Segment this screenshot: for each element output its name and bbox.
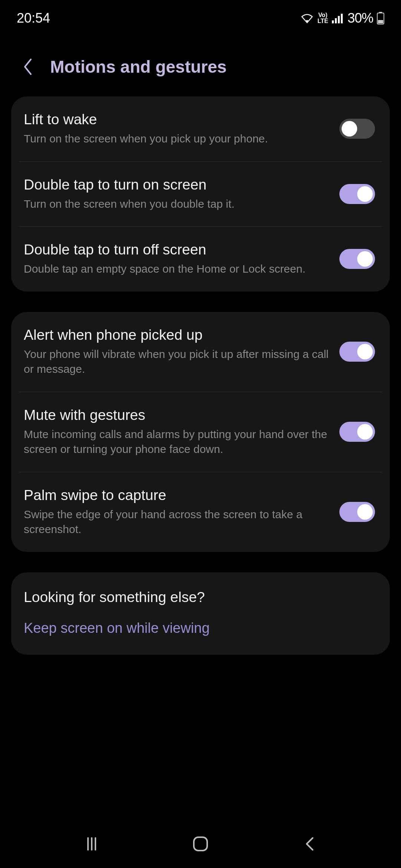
setting-lift-to-wake[interactable]: Lift to wake Turn on the screen when you… [11, 96, 390, 161]
setting-title: Alert when phone picked up [24, 327, 332, 343]
setting-title: Mute with gestures [24, 407, 332, 423]
battery-percent: 30% [348, 10, 373, 26]
svg-rect-11 [194, 837, 207, 851]
settings-group: Alert when phone picked up Your phone wi… [11, 312, 390, 552]
svg-rect-1 [332, 20, 334, 23]
setting-text: Alert when phone picked up Your phone wi… [24, 327, 332, 377]
setting-desc: Turn on the screen when you double tap i… [24, 197, 332, 212]
svg-rect-3 [338, 16, 340, 23]
toggle-double-tap-on[interactable] [339, 184, 375, 204]
page-title: Motions and gestures [50, 57, 226, 77]
setting-desc: Double tap an empty space on the Home or… [24, 262, 332, 277]
page-header: Motions and gestures [0, 33, 401, 96]
setting-double-tap-off[interactable]: Double tap to turn off screen Double tap… [11, 227, 390, 292]
svg-rect-7 [378, 20, 383, 23]
settings-group: Lift to wake Turn on the screen when you… [11, 96, 390, 292]
status-bar: 20:54 Vo)LTE 30% [0, 0, 401, 33]
svg-rect-4 [341, 14, 343, 23]
toggle-palm-swipe[interactable] [339, 502, 375, 522]
setting-desc: Your phone will vibrate when you pick it… [24, 347, 332, 377]
wifi-icon [300, 13, 314, 23]
setting-text: Mute with gestures Mute incoming calls a… [24, 407, 332, 457]
setting-title: Lift to wake [24, 111, 332, 128]
toggle-alert-pickup[interactable] [339, 342, 375, 362]
setting-text: Double tap to turn on screen Turn on the… [24, 177, 332, 212]
related-link-keep-screen-on[interactable]: Keep screen on while viewing [11, 613, 390, 655]
related-title: Looking for something else? [11, 572, 390, 613]
battery-icon [377, 12, 384, 24]
setting-title: Palm swipe to capture [24, 487, 332, 503]
setting-title: Double tap to turn on screen [24, 177, 332, 193]
home-icon [192, 835, 209, 853]
recents-icon [84, 836, 100, 852]
svg-point-0 [306, 20, 308, 22]
status-time: 20:54 [17, 10, 50, 26]
settings-content: Lift to wake Turn on the screen when you… [0, 96, 401, 655]
nav-back-button[interactable] [296, 831, 322, 857]
back-icon [303, 835, 316, 853]
setting-desc: Swipe the edge of your hand across the s… [24, 507, 332, 537]
setting-double-tap-on[interactable]: Double tap to turn on screen Turn on the… [11, 162, 390, 227]
back-button[interactable] [20, 56, 35, 78]
status-right: Vo)LTE 30% [300, 10, 384, 26]
setting-palm-swipe[interactable]: Palm swipe to capture Swipe the edge of … [11, 472, 390, 552]
signal-icon [332, 13, 344, 23]
volte-icon: Vo)LTE [317, 12, 328, 24]
setting-desc: Turn on the screen when you pick up your… [24, 131, 332, 147]
nav-recents-button[interactable] [79, 831, 105, 857]
toggle-double-tap-off[interactable] [339, 249, 375, 269]
setting-text: Lift to wake Turn on the screen when you… [24, 111, 332, 147]
setting-text: Double tap to turn off screen Double tap… [24, 241, 332, 277]
svg-rect-2 [335, 18, 337, 23]
setting-alert-pickup[interactable]: Alert when phone picked up Your phone wi… [11, 312, 390, 392]
related-settings-card: Looking for something else? Keep screen … [11, 572, 390, 655]
nav-home-button[interactable] [188, 831, 213, 857]
setting-text: Palm swipe to capture Swipe the edge of … [24, 487, 332, 537]
setting-mute-gestures[interactable]: Mute with gestures Mute incoming calls a… [11, 392, 390, 472]
setting-title: Double tap to turn off screen [24, 241, 332, 258]
chevron-left-icon [23, 58, 33, 76]
setting-desc: Mute incoming calls and alarms by puttin… [24, 427, 332, 457]
toggle-lift-to-wake[interactable] [339, 119, 375, 139]
toggle-mute-gestures[interactable] [339, 422, 375, 442]
system-nav-bar [0, 820, 401, 868]
